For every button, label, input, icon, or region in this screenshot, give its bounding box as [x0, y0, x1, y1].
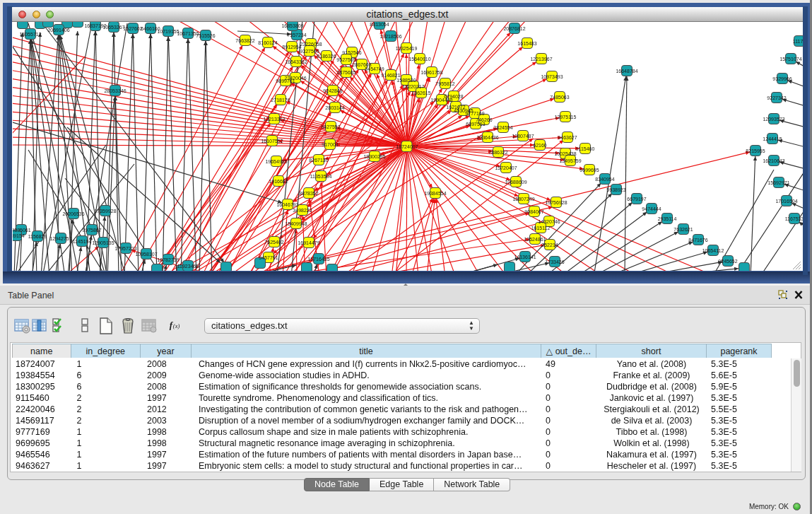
svg-text:9457791: 9457791 [259, 255, 278, 260]
svg-text:1916682: 1916682 [269, 179, 288, 184]
svg-text:8471676: 8471676 [688, 238, 707, 243]
svg-text:10973493: 10973493 [541, 74, 563, 79]
svg-text:3498222: 3498222 [293, 208, 312, 213]
svg-text:1244415: 1244415 [763, 136, 782, 141]
svg-text:9146821: 9146821 [381, 73, 400, 78]
svg-text:7625402: 7625402 [264, 240, 283, 245]
svg-text:19218506: 19218506 [379, 34, 401, 39]
svg-text:16107552: 16107552 [261, 139, 283, 144]
svg-text:6679197: 6679197 [627, 197, 646, 201]
svg-text:9245652: 9245652 [718, 259, 737, 264]
svg-text:9327509: 9327509 [300, 49, 319, 54]
svg-text:2718176: 2718176 [271, 98, 290, 103]
svg-text:15692971: 15692971 [767, 180, 789, 185]
svg-text:19384554: 19384554 [424, 191, 446, 196]
svg-text:20364436: 20364436 [476, 135, 498, 140]
svg-text:12942757: 12942757 [49, 236, 71, 241]
svg-text:16543362: 16543362 [285, 59, 307, 64]
svg-text:8160124: 8160124 [258, 40, 277, 45]
svg-text:1362615: 1362615 [411, 90, 430, 95]
svg-text:7485063: 7485063 [550, 95, 569, 100]
svg-text:1615483: 1615483 [517, 41, 536, 46]
svg-text:7886322: 7886322 [488, 150, 507, 155]
svg-text:15751074: 15751074 [779, 57, 801, 62]
svg-text:18807249: 18807249 [512, 197, 534, 201]
svg-text:10654112: 10654112 [702, 248, 724, 253]
svg-text:8878352: 8878352 [299, 191, 318, 196]
svg-text:8813054: 8813054 [370, 22, 389, 27]
svg-text:7515526: 7515526 [196, 33, 215, 38]
svg-text:16210643: 16210643 [763, 158, 784, 163]
svg-text:11325419: 11325419 [396, 46, 418, 51]
svg-text:11923468: 11923468 [177, 264, 199, 269]
svg-text:12093573: 12093573 [763, 117, 784, 122]
svg-text:1156829: 1156829 [28, 234, 47, 239]
svg-text:2935114: 2935114 [658, 216, 677, 221]
svg-text:15640910: 15640910 [408, 57, 430, 62]
svg-text:17359928: 17359928 [94, 209, 116, 214]
svg-text:746266: 746266 [476, 117, 492, 122]
svg-text:9699695: 9699695 [579, 168, 599, 173]
svg-text:13495759: 13495759 [559, 158, 581, 163]
svg-text:8186326: 8186326 [317, 54, 336, 59]
svg-text:939154: 939154 [13, 233, 25, 238]
svg-text:3875685: 3875685 [336, 70, 355, 75]
svg-text:62160: 62160 [533, 143, 547, 148]
svg-text:1588520: 1588520 [396, 78, 416, 83]
svg-text:18300295: 18300295 [363, 154, 385, 159]
svg-text:7955812: 7955812 [435, 81, 454, 86]
svg-text:10688609: 10688609 [505, 180, 526, 185]
svg-text:16914479: 16914479 [298, 240, 319, 245]
svg-text:9463627: 9463627 [558, 135, 577, 140]
svg-text:18220317: 18220317 [402, 84, 424, 89]
svg-text:5938923: 5938923 [606, 187, 625, 192]
svg-text:9115460: 9115460 [576, 146, 595, 151]
svg-text:9975867: 9975867 [82, 228, 101, 233]
svg-text:9242848: 9242848 [323, 88, 342, 93]
svg-text:13524861: 13524861 [524, 237, 546, 242]
svg-text:1145194: 1145194 [73, 239, 92, 244]
svg-text:917004: 917004 [322, 142, 338, 147]
svg-text:28053346: 28053346 [104, 88, 126, 93]
svg-text:16648784: 16648784 [616, 69, 637, 74]
svg-text:19654985: 19654985 [265, 159, 287, 164]
svg-text:15720407: 15720407 [495, 165, 517, 170]
svg-text:11174: 11174 [793, 39, 803, 44]
svg-text:7632621: 7632621 [673, 227, 693, 232]
svg-text:1615112: 1615112 [531, 226, 551, 230]
svg-text:1527602: 1527602 [123, 26, 142, 31]
svg-text:9777169: 9777169 [465, 111, 484, 116]
svg-text:9474444: 9474444 [642, 206, 661, 211]
svg-text:17957223: 17957223 [114, 246, 136, 251]
svg-text:3824554: 3824554 [493, 125, 512, 130]
svg-text:10653267: 10653267 [102, 25, 124, 30]
svg-text:12975115: 12975115 [555, 115, 577, 119]
svg-text:16853809: 16853809 [281, 23, 303, 28]
svg-text:9527505: 9527505 [336, 57, 355, 62]
svg-text:16782759: 16782759 [157, 257, 179, 262]
svg-text:2803144: 2803144 [325, 105, 344, 110]
svg-text:10958107: 10958107 [135, 252, 157, 257]
svg-text:12905135: 12905135 [92, 240, 114, 245]
svg-text:16961758: 16961758 [420, 70, 442, 75]
svg-text:8267130: 8267130 [309, 158, 328, 163]
svg-text:6794028: 6794028 [444, 94, 463, 99]
svg-text:14136141: 14136141 [514, 255, 536, 259]
svg-text:9329966: 9329966 [772, 76, 792, 81]
svg-text:1167533: 1167533 [785, 216, 803, 221]
svg-text:17016504: 17016504 [775, 199, 797, 204]
svg-text:14320746: 14320746 [538, 219, 560, 224]
svg-text:10807487: 10807487 [512, 134, 534, 139]
svg-text:20206536: 20206536 [62, 211, 84, 216]
svg-text:8454749: 8454749 [365, 66, 384, 71]
svg-text:9227342: 9227342 [767, 95, 786, 100]
svg-text:18724007: 18724007 [396, 144, 418, 149]
svg-text:20876812: 20876812 [503, 26, 525, 31]
svg-text:8215955: 8215955 [746, 148, 765, 153]
svg-text:12213363: 12213363 [263, 117, 285, 122]
svg-text:14055712: 14055712 [19, 32, 41, 37]
svg-text:19756928: 19756928 [545, 200, 567, 205]
svg-text:2835061: 2835061 [13, 228, 31, 233]
svg-text:15716485: 15716485 [307, 257, 329, 262]
svg-text:9899761: 9899761 [276, 78, 295, 83]
